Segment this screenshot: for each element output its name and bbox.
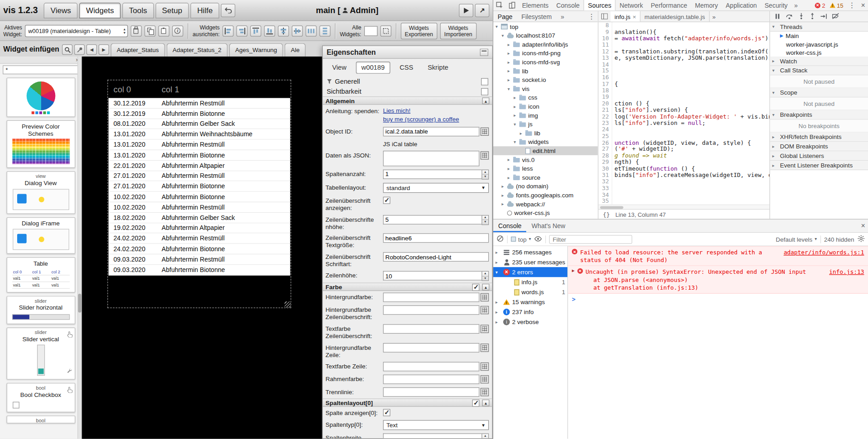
widget-card-slider-vertical[interactable]: slider Slider vertical [6, 327, 75, 380]
properties-tab[interactable]: w00189 [356, 62, 390, 74]
more-editor-tabs[interactable]: » [709, 11, 718, 21]
selected-widget[interactable]: col 0 col 1 30.12.2019 Abfuhrtermin Rest… [108, 80, 292, 308]
search-widget-button[interactable] [62, 44, 72, 55]
clear-console-icon[interactable] [496, 235, 504, 243]
active-widget-select[interactable]: w00189 (materialdesign - Table) ▲▼ [25, 24, 128, 37]
console-filter-item[interactable]: ▸ 237 info [493, 307, 567, 317]
stepper-icon[interactable]: ▲▼ [481, 215, 489, 225]
tree-item[interactable]: ▸ fonts.googleapis.com [493, 191, 598, 200]
resize-handle[interactable] [284, 301, 290, 307]
undo-button[interactable] [221, 4, 236, 17]
stepper-icon[interactable]: ▲▼ [481, 434, 489, 439]
close-drawer-icon[interactable]: × [858, 220, 868, 232]
console-settings-icon[interactable] [858, 235, 865, 243]
xhr-breakpoints-section[interactable]: ▸XHR/fetch Breakpoints [770, 133, 868, 142]
color-picker-button[interactable] [481, 293, 489, 301]
import-widgets-button[interactable]: Widgets Importieren [440, 23, 476, 39]
tree-item[interactable]: ▸ source [493, 173, 598, 182]
tree-item[interactable]: ▸ icons-mfd-png [493, 49, 598, 58]
prev-view-button[interactable]: ◀ [86, 44, 97, 55]
devtools-menu-icon[interactable]: ⋮ [845, 0, 858, 10]
preview-button[interactable] [459, 4, 473, 17]
devtools-tab[interactable]: Performance [647, 0, 691, 10]
tree-item[interactable]: ▾ widgets [493, 138, 598, 147]
navigator-tab[interactable]: Page [493, 13, 517, 20]
console-filter-input[interactable]: Filter [549, 235, 632, 244]
tree-arrow-icon[interactable]: ▾ [508, 86, 513, 91]
section-spaltenlayout[interactable]: Spaltenlayout[0] ▲ [323, 399, 492, 407]
properties-tab[interactable]: Skripte [423, 62, 453, 73]
tree-arrow-icon[interactable]: ▾ [514, 122, 519, 127]
scrollbar-thumb[interactable] [78, 294, 81, 313]
tree-arrow-icon[interactable]: ▾ [514, 139, 519, 144]
console-filter-item[interactable]: words.js 1 [493, 287, 567, 297]
whats-new-tab[interactable]: What's New [527, 220, 571, 232]
collapse-section-icon[interactable]: ▲ [482, 284, 490, 291]
tree-item[interactable]: ▸ lib [493, 67, 598, 76]
devtools-tab[interactable]: Sources [584, 0, 616, 10]
tree-item[interactable]: ▸ icon [493, 102, 598, 111]
tree-arrow-icon[interactable]: ▾ [501, 33, 507, 38]
color-picker-button[interactable] [481, 344, 489, 352]
color-picker-button[interactable] [481, 375, 489, 383]
widget-card-table[interactable]: Table col 0col 1col 2 val1val1val1 val1v… [6, 258, 75, 293]
editor-tab[interactable]: info.js × [611, 11, 641, 21]
tree-item[interactable]: ▾ js [493, 119, 598, 129]
tree-item[interactable]: ▸ (no domain) [493, 182, 598, 191]
table-layout-select[interactable]: standard▼ [383, 183, 489, 193]
align-center-horizontal-button[interactable] [278, 25, 288, 36]
dom-breakpoints-section[interactable]: ▸DOM Breakpoints [770, 142, 868, 151]
delete-widget-button[interactable] [131, 25, 142, 36]
tree-arrow-icon[interactable]: ▸ [501, 193, 507, 198]
tree-item[interactable]: ▸ lib [493, 129, 598, 138]
collapse-section-icon[interactable]: ▲ [482, 399, 490, 406]
widgets-count-box[interactable] [364, 26, 377, 36]
horizontal-scrollbar[interactable] [599, 205, 769, 209]
header-font-input[interactable] [383, 253, 489, 262]
more-tabs-button[interactable]: » [792, 0, 801, 10]
spaltenlayout-checkbox[interactable] [472, 399, 479, 406]
select-object-button[interactable] [481, 127, 489, 135]
properties-tab[interactable]: View [327, 62, 352, 73]
widget-card-dialog-view[interactable]: view Dialog View [6, 172, 75, 214]
widget-card-bool[interactable]: bool [6, 415, 75, 423]
generell-checkbox[interactable] [481, 78, 488, 86]
tree-item[interactable]: ▸ icons-mfd-svg [493, 57, 598, 67]
color-picker-button[interactable] [481, 325, 489, 333]
pause-button[interactable] [774, 11, 780, 21]
step-button[interactable] [821, 11, 827, 21]
warning-badge[interactable]: 15 [830, 0, 843, 10]
source-link[interactable]: adapter/info/words.js:1 [783, 248, 864, 256]
column-type-select[interactable]: Text▼ [383, 420, 489, 430]
inspect-element-icon[interactable] [493, 0, 506, 10]
menu-tab[interactable]: Views [44, 3, 78, 18]
color-picker-button[interactable] [481, 388, 489, 396]
breakpoints-section[interactable]: ▾Breakpoints [770, 110, 868, 120]
devtools-tab[interactable]: Application [722, 0, 761, 10]
console-filter-item[interactable]: ▸ 256 messages [493, 247, 567, 257]
tree-item[interactable]: ▾ localhost:8107 [493, 31, 598, 40]
pin-palette-button[interactable] [74, 44, 85, 55]
tree-item[interactable]: ▸ vis.0 [493, 155, 598, 164]
deactivate-breakpoints-button[interactable] [832, 11, 839, 21]
log-levels-select[interactable]: Default levels ▾ [776, 236, 817, 243]
widget-card-bool-checkbox[interactable]: bool Bool Checkbox [6, 383, 75, 412]
tree-arrow-icon[interactable]: ▸ [508, 175, 513, 180]
expand-icon[interactable]: ▶ [572, 268, 575, 274]
stepper-icon[interactable]: ▲▼ [481, 271, 489, 281]
thread-item[interactable]: worker-javascript.js [770, 40, 868, 48]
tree-arrow-icon[interactable]: ▸ [508, 68, 513, 73]
section-allgemein[interactable]: Allgemein ▲ [323, 96, 492, 105]
navigator-toggle-icon[interactable] [599, 11, 611, 21]
tree-arrow-icon[interactable]: ▸ [508, 42, 513, 47]
tree-arrow-icon[interactable]: ▾ [495, 24, 501, 29]
buy-coffee-link[interactable]: buy me (scrounger) a coffee [383, 115, 459, 124]
scope-section[interactable]: ▾Scope [770, 88, 868, 98]
menu-tab[interactable]: Tools [123, 3, 154, 18]
view-tab[interactable]: Adapter_Status [111, 43, 165, 57]
threads-section[interactable]: ▾Threads [770, 22, 868, 32]
palette-filter-input[interactable]: * [3, 65, 79, 74]
console-filter-item[interactable]: ▾ 2 errors [493, 267, 567, 277]
console-filter-item[interactable]: ▸ 2 verbose [493, 317, 567, 327]
select-spinner-icon[interactable]: ▲▼ [123, 28, 126, 34]
